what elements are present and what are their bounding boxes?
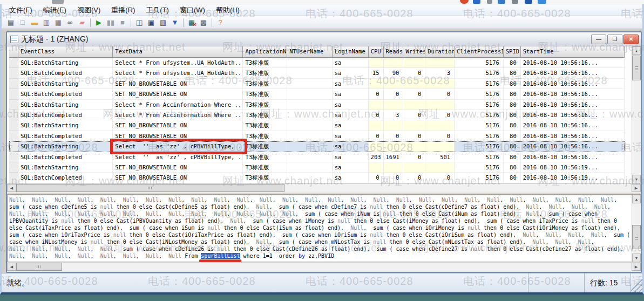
- clear-grid-button[interactable]: ▦×: [186, 17, 198, 28]
- grid-horizontal-scrollbar[interactable]: ◀ ▶: [7, 183, 641, 192]
- auto-scroll-button[interactable]: ▼: [169, 17, 181, 28]
- sql-vertical-scrollbar[interactable]: ▲ ▼: [632, 195, 641, 262]
- table-row[interactable]: SQL:BatchCompletedSET NO_BROWSETABLE ONT…: [9, 173, 625, 183]
- menu-item-3[interactable]: 视图(V): [72, 4, 106, 16]
- stop-trace-button[interactable]: ■: [117, 17, 128, 28]
- row-selector-cell[interactable]: [9, 162, 18, 173]
- sql-line: Null, Null, Null, Null, Null, Null, Null…: [9, 210, 632, 217]
- row-selector-cell[interactable]: [9, 173, 18, 183]
- grid-settings-button[interactable]: ▩: [198, 17, 209, 28]
- open-folder-button[interactable]: ▬: [29, 17, 40, 28]
- sql-vscroll-thumb[interactable]: [632, 225, 641, 249]
- menu-item-6[interactable]: 窗口(W): [174, 4, 211, 16]
- sql-horizontal-scrollbar[interactable]: ◀ ▶: [7, 262, 641, 271]
- grid-vscroll-thumb[interactable]: [632, 56, 641, 80]
- column-view-button[interactable]: ▥: [157, 17, 169, 28]
- table-row[interactable]: SQL:BatchCompletedSelect * From ufsystem…: [9, 68, 625, 78]
- table-row[interactable]: SQL:BatchCompletedSET NO_BROWSETABLE ONT…: [9, 89, 625, 99]
- column-header-reads[interactable]: Reads: [384, 46, 404, 58]
- help-button[interactable]: ?: [214, 17, 226, 28]
- scroll-left-icon[interactable]: ◀: [7, 184, 16, 192]
- menu-item-5[interactable]: 工具(T): [140, 4, 174, 16]
- row-selector-cell[interactable]: [9, 120, 18, 131]
- menu-item-1[interactable]: 文件(F): [4, 4, 38, 16]
- table-row[interactable]: SQL:BatchStartingSelect * From Accinform…: [9, 100, 625, 110]
- column-header-applicationname[interactable]: ApplicationName: [243, 46, 287, 58]
- resize-grip[interactable]: [631, 273, 642, 292]
- grid-vertical-scrollbar[interactable]: ▲ ▼: [632, 46, 641, 183]
- cascade-windows-button[interactable]: ◫: [133, 17, 145, 28]
- find-button[interactable]: ∞: [64, 17, 76, 28]
- row-selector-cell[interactable]: [9, 89, 18, 99]
- row-selector-cell[interactable]: [9, 100, 18, 110]
- row-selector-cell[interactable]: [9, 152, 18, 162]
- grid-vscroll-track[interactable]: [632, 80, 641, 175]
- grid-hscroll-track[interactable]: [284, 184, 632, 192]
- sql-hscroll-thumb[interactable]: [16, 263, 62, 271]
- cell-clientprocessid: 5176: [455, 131, 504, 141]
- row-selector-cell[interactable]: [9, 58, 18, 68]
- table-row[interactable]: SQL:BatchStartingSET NO_BROWSETABLE ONT3…: [9, 79, 625, 89]
- menu-item-4[interactable]: 重播(R): [106, 4, 140, 16]
- row-selector-cell[interactable]: [9, 110, 18, 120]
- cell-applicationname: T3标准版: [243, 162, 287, 173]
- scroll-right-icon[interactable]: ▶: [632, 184, 641, 192]
- clear-trace-button[interactable]: ▰: [76, 17, 88, 28]
- sql-vscroll-track[interactable]: [632, 249, 641, 254]
- window-view-button[interactable]: ▣: [145, 17, 157, 28]
- scroll-up-icon[interactable]: ▲: [632, 46, 641, 55]
- menu-item-7[interactable]: 帮助(H): [211, 4, 245, 16]
- column-header-ntusername[interactable]: NTUserName: [287, 46, 333, 58]
- cell-textdata: SET NO_BROWSETABLE ON: [113, 162, 243, 173]
- column-header-cpu[interactable]: CPU: [369, 46, 384, 58]
- new-trace-button[interactable]: □: [17, 17, 29, 28]
- row-selector-cell[interactable]: [9, 141, 18, 152]
- save-trace-button[interactable]: ▥: [40, 17, 52, 28]
- properties-button[interactable]: ▦: [52, 17, 64, 28]
- sql-hscroll-track[interactable]: [62, 263, 632, 271]
- row-selector-cell[interactable]: [9, 68, 18, 78]
- table-row[interactable]: SQL:BatchStartingSelect * From ufsystem.…: [9, 58, 625, 68]
- column-header-eventclass[interactable]: EventClass: [18, 46, 113, 58]
- pause-trace-button[interactable]: ▮▮: [105, 17, 117, 28]
- table-row[interactable]: SQL:BatchStartingSET NO_BROWSETABLE ONT3…: [9, 162, 625, 173]
- row-selector-cell[interactable]: [9, 131, 18, 141]
- scroll-down-icon[interactable]: ▼: [632, 254, 641, 262]
- sql-text-pane[interactable]: Null, Null, Null, Null, Null, Null, Null…: [7, 195, 632, 262]
- menu-item-2[interactable]: 编辑(E): [38, 4, 72, 16]
- column-header-duration[interactable]: Duration: [425, 46, 455, 58]
- start-trace-button[interactable]: ▶: [93, 17, 105, 28]
- column-header-loginname[interactable]: LoginName: [333, 46, 369, 58]
- close-button[interactable]: ✕: [623, 35, 639, 44]
- cell-applicationname: T3标准版: [243, 58, 287, 68]
- trace-window-titlebar[interactable]: 无标题 - 1 (ZHANG) — ❐ ✕: [7, 32, 641, 46]
- restore-button[interactable]: ❐: [607, 35, 622, 44]
- row-selector-header[interactable]: [9, 46, 18, 58]
- table-row[interactable]: SQL:BatchStartingSET NO_BROWSETABLE ONT3…: [9, 120, 625, 131]
- open-trace-file-button[interactable]: ▤: [5, 17, 17, 28]
- column-header-writes[interactable]: Writes: [403, 46, 425, 58]
- cell-applicationname: T3标准版: [243, 120, 287, 131]
- scroll-up-icon[interactable]: ▲: [632, 195, 641, 203]
- scroll-left-icon[interactable]: ◀: [7, 263, 16, 271]
- column-header-clientprocessid[interactable]: ClientProcessID: [455, 46, 504, 58]
- row-selector-cell[interactable]: [9, 79, 18, 89]
- cell-applicationname: T3标准版: [243, 89, 287, 99]
- table-row[interactable]: SQL:BatchCompletedSelect * From Accinfor…: [9, 110, 625, 120]
- cell-loginname: sa: [333, 152, 369, 162]
- cell-writes: 0: [403, 173, 425, 183]
- scroll-right-icon[interactable]: ▶: [632, 263, 641, 271]
- sql-text-region: Null, Null, Null, Null, Null, Null, Null…: [7, 195, 641, 262]
- minimize-button[interactable]: —: [591, 35, 606, 44]
- table-row[interactable]: SQL:BatchCompletedSET NO_BROWSETABLE ONT…: [9, 131, 625, 141]
- cell-cpu: 0: [369, 110, 384, 120]
- scroll-down-icon[interactable]: ▼: [632, 175, 641, 183]
- column-header-starttime[interactable]: StartTime: [521, 46, 625, 58]
- grid-hscroll-thumb[interactable]: [16, 184, 284, 192]
- table-row[interactable]: SQL:BatchCompletedSelect '' as 'zz' , cP…: [9, 152, 625, 162]
- column-header-textdata[interactable]: TextData: [113, 46, 243, 58]
- table-row[interactable]: SQL:BatchStartingSelect '' as 'zz' , cPB…: [9, 141, 625, 152]
- background-app-icon: [487, 0, 492, 4]
- column-header-spid[interactable]: SPID: [504, 46, 521, 58]
- sql-vscroll-track[interactable]: [632, 203, 641, 225]
